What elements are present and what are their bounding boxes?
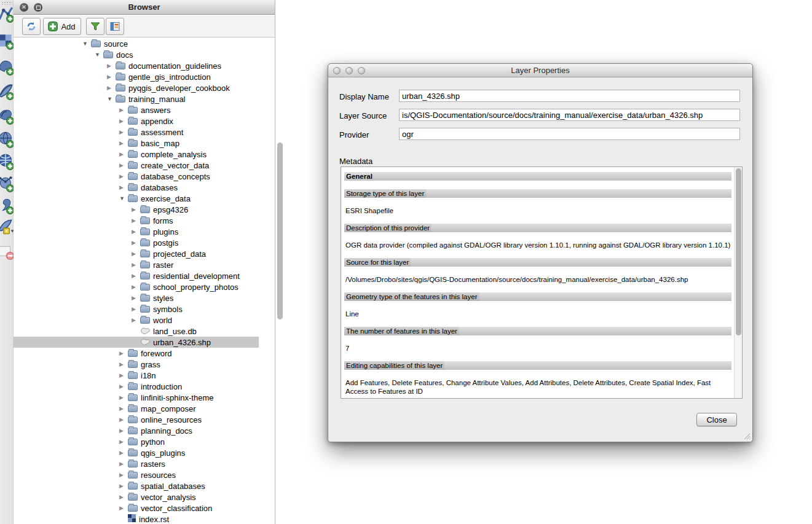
tree-item-folder[interactable]: ▶documentation_guidelines	[14, 60, 259, 71]
expand-arrow-icon[interactable]: ▶	[132, 251, 140, 257]
tree-item-folder[interactable]: ▶forms	[14, 215, 259, 226]
tree-item-file[interactable]: land_use.db	[14, 326, 259, 337]
tree-item-folder[interactable]: ▼training_manual	[14, 93, 259, 104]
expand-arrow-icon[interactable]: ▶	[132, 217, 140, 224]
dialog-titlebar[interactable]: Layer Properties	[328, 64, 752, 77]
tree-item-folder[interactable]: ▶world	[14, 315, 259, 326]
expand-arrow-icon[interactable]: ▶	[119, 140, 128, 146]
expand-arrow-icon[interactable]: ▶	[119, 350, 128, 356]
add-mssql-layer-icon[interactable]	[0, 107, 15, 125]
expand-arrow-icon[interactable]: ▶	[119, 361, 128, 367]
refresh-button[interactable]	[22, 18, 41, 35]
tree-item-folder[interactable]: ▶styles	[14, 292, 259, 303]
tree-item-folder[interactable]: ▼exercise_data	[14, 193, 259, 204]
expand-arrow-icon[interactable]: ▶	[119, 184, 128, 190]
collapse-arrow-icon[interactable]: ▼	[95, 52, 103, 58]
properties-widget-button[interactable]	[106, 18, 124, 35]
expand-arrow-icon[interactable]: ▶	[119, 129, 128, 135]
expand-arrow-icon[interactable]: ▶	[119, 450, 128, 456]
tree-item-folder[interactable]: ▶grass	[14, 359, 259, 370]
expand-arrow-icon[interactable]: ▶	[132, 295, 140, 301]
tree-item-folder[interactable]: ▶python	[14, 436, 259, 447]
layer-source-input[interactable]	[399, 109, 740, 121]
expand-arrow-icon[interactable]: ▶	[119, 483, 128, 489]
remove-layer-icon[interactable]	[0, 243, 15, 262]
expand-arrow-icon[interactable]: ▶	[119, 118, 128, 124]
tree-item-folder[interactable]: ▶appendix	[14, 115, 259, 127]
close-button[interactable]: Close	[696, 413, 737, 426]
tree-item-folder[interactable]: ▶linfiniti-sphinx-theme	[14, 392, 259, 403]
expand-arrow-icon[interactable]: ▶	[119, 428, 128, 434]
tree-item-folder[interactable]: ▶raster	[14, 259, 259, 270]
tree-item-folder[interactable]: ▶database_concepts	[14, 171, 259, 182]
expand-arrow-icon[interactable]: ▶	[119, 162, 128, 168]
tree-scrollbar[interactable]	[277, 143, 283, 319]
expand-arrow-icon[interactable]: ▶	[132, 240, 140, 246]
add-raster-layer-icon[interactable]	[0, 32, 15, 50]
tree-item-folder[interactable]: ▶planning_docs	[14, 425, 259, 436]
add-delimited-text-layer-icon[interactable]	[0, 197, 15, 215]
expand-arrow-icon[interactable]: ▶	[119, 494, 128, 500]
tree-item-folder[interactable]: ▶gentle_gis_introduction	[14, 71, 259, 82]
tree-item-folder[interactable]: ▶qgis_plugins	[14, 447, 259, 458]
expand-arrow-icon[interactable]: ▶	[107, 74, 116, 80]
expand-arrow-icon[interactable]: ▶	[132, 229, 140, 235]
metadata-scrollbar-thumb[interactable]	[736, 168, 741, 335]
expand-arrow-icon[interactable]: ▶	[132, 317, 140, 323]
tree-item-folder[interactable]: ▶introduction	[14, 381, 259, 392]
tree-item-folder[interactable]: ▶resources	[14, 469, 259, 480]
tree-item-folder[interactable]: ▼docs	[14, 49, 259, 60]
expand-arrow-icon[interactable]: ▶	[119, 394, 128, 401]
tree-item-folder[interactable]: ▶symbols	[14, 303, 259, 315]
add-wms-layer-icon[interactable]	[0, 130, 15, 149]
tree-item-folder[interactable]: ▶vector_classification	[14, 502, 259, 514]
expand-arrow-icon[interactable]: ▶	[119, 372, 128, 378]
tree-item-folder[interactable]: ▶foreword	[14, 348, 259, 359]
add-postgis-layer-icon[interactable]	[0, 58, 15, 76]
tree-item-folder[interactable]: ▶rasters	[14, 458, 259, 469]
expand-arrow-icon[interactable]: ▶	[107, 85, 116, 91]
tree-item-file[interactable]: index.rst	[14, 514, 259, 524]
expand-arrow-icon[interactable]: ▶	[119, 461, 128, 467]
tree-item-folder[interactable]: ▶online_resources	[14, 414, 259, 425]
add-wfs-layer-icon[interactable]	[0, 174, 15, 193]
provider-input[interactable]	[399, 128, 740, 140]
tree-item-folder[interactable]: ▶databases	[14, 182, 259, 193]
display-name-input[interactable]	[399, 90, 740, 102]
expand-arrow-icon[interactable]: ▶	[119, 151, 128, 157]
expand-arrow-icon[interactable]: ▶	[119, 416, 128, 423]
tree-item-folder[interactable]: ▶epsg4326	[14, 204, 259, 215]
expand-arrow-icon[interactable]: ▶	[132, 206, 140, 213]
new-shapefile-layer-icon[interactable]: ✳	[0, 217, 15, 236]
expand-arrow-icon[interactable]: ▶	[119, 107, 128, 113]
tree-item-folder[interactable]: ▶pyqgis_developer_cookbook	[14, 82, 259, 93]
browser-panel-titlebar[interactable]: ✕ Browser	[14, 0, 275, 15]
metadata-scrollbar[interactable]	[734, 167, 742, 398]
collapse-arrow-icon[interactable]: ▼	[82, 41, 91, 47]
expand-arrow-icon[interactable]: ▶	[119, 383, 128, 389]
tree-item-folder[interactable]: ▶complete_analysis	[14, 149, 259, 160]
expand-arrow-icon[interactable]: ▶	[107, 63, 116, 69]
collapse-arrow-icon[interactable]: ▼	[119, 195, 128, 201]
tree-item-folder[interactable]: ▶answers	[14, 104, 259, 115]
collapse-arrow-icon[interactable]: ▼	[107, 96, 116, 102]
add-button[interactable]: Add	[43, 18, 81, 35]
tree-item-folder[interactable]: ▼source	[14, 38, 259, 49]
expand-arrow-icon[interactable]: ▶	[119, 173, 128, 179]
tree-item-folder[interactable]: ▶spatial_databases	[14, 480, 259, 491]
tree-item-folder[interactable]: ▶basic_map	[14, 138, 259, 149]
expand-arrow-icon[interactable]: ▶	[132, 284, 140, 290]
tree-item-folder[interactable]: ▶map_composer	[14, 403, 259, 414]
expand-arrow-icon[interactable]: ▶	[132, 306, 140, 312]
tree-item-folder[interactable]: ▶residential_development	[14, 270, 259, 281]
add-spatialite-layer-icon[interactable]	[0, 82, 15, 101]
add-vector-layer-icon[interactable]	[0, 5, 15, 23]
expand-arrow-icon[interactable]: ▶	[119, 505, 128, 511]
tree-item-folder[interactable]: ▶school_property_photos	[14, 281, 259, 292]
expand-arrow-icon[interactable]: ▶	[119, 405, 128, 412]
tree-item-folder[interactable]: ▶projected_data	[14, 248, 259, 259]
expand-arrow-icon[interactable]: ▶	[119, 439, 128, 445]
resize-grip-icon[interactable]	[743, 432, 751, 440]
tree-item-folder[interactable]: ▶i18n	[14, 370, 259, 381]
expand-arrow-icon[interactable]: ▶	[132, 262, 140, 268]
